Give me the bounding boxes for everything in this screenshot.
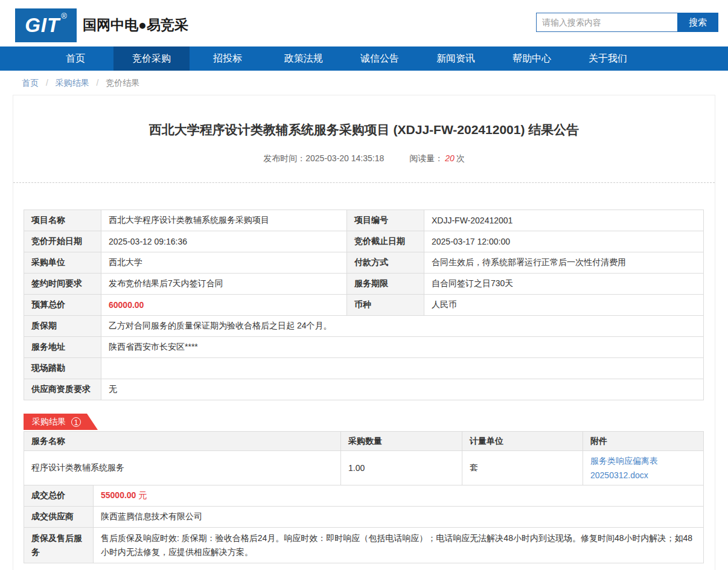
view-count: 阅读量：20次 bbox=[409, 153, 465, 164]
table-row: 采购单位 西北大学 付款方式 合同生效后，待系统部署运行正常后一次性付清费用 bbox=[24, 252, 704, 274]
field-label: 竞价截止日期 bbox=[347, 231, 424, 252]
breadcrumb-separator: / bbox=[46, 78, 48, 88]
breadcrumb-current: 竞价结果 bbox=[106, 78, 139, 88]
nav-item-bidding-procurement[interactable]: 竞价采购 bbox=[113, 46, 190, 71]
service-name: 程序设计类教辅系统服务 bbox=[24, 451, 341, 485]
field-value: 2025-03-17 12:00:00 bbox=[424, 231, 704, 252]
table-row: 成交总价 55000.00元 bbox=[24, 485, 704, 507]
field-label: 竞价开始日期 bbox=[24, 231, 101, 252]
content-card: 西北大学程序设计类教辅系统服务采购项目 (XDJJ-FW-202412001) … bbox=[13, 95, 715, 570]
table-row: 签约时间要求 发布竞价结果后7天内签订合同 服务期限 自合同签订之日730天 bbox=[24, 274, 704, 295]
breadcrumb-procurement-results[interactable]: 采购结果 bbox=[56, 78, 89, 88]
budget-total-price: 60000.00 bbox=[101, 295, 347, 316]
column-header: 服务名称 bbox=[24, 432, 341, 451]
field-value: 自合同签订之日730天 bbox=[424, 274, 704, 295]
field-label: 成交供应商 bbox=[24, 507, 94, 528]
badge-label: 采购结果 bbox=[32, 417, 66, 427]
table-row: 预算总价 60000.00 币种 人民币 bbox=[24, 295, 704, 316]
field-value: 陕西省西安市长安区**** bbox=[101, 337, 704, 358]
field-value: 无 bbox=[101, 379, 704, 400]
project-info-table: 项目名称 西北大学程序设计类教辅系统服务采购项目 项目编号 XDJJ-FW-20… bbox=[24, 210, 704, 400]
table-header-row: 服务名称 采购数量 计量单位 附件 bbox=[24, 432, 704, 451]
nav-item-integrity-notices[interactable]: 诚信公告 bbox=[342, 46, 418, 71]
measure-unit: 套 bbox=[462, 451, 583, 485]
logo-text: GIT bbox=[25, 14, 60, 37]
field-label: 签约时间要求 bbox=[24, 274, 101, 295]
site-header: GIT® 国网中电●易竞采 搜索 bbox=[0, 0, 728, 46]
attachment-link[interactable]: 服务类响应偏离表 20250312.docx bbox=[590, 456, 658, 480]
field-label: 服务地址 bbox=[24, 337, 101, 358]
table-row: 现场踏勘 bbox=[24, 358, 704, 379]
nav-item-policies[interactable]: 政策法规 bbox=[266, 46, 342, 71]
deal-summary-table: 成交总价 55000.00元 成交供应商 陕西蓝腾信息技术有限公司 质保及售后服… bbox=[24, 485, 704, 563]
field-label: 付款方式 bbox=[347, 252, 424, 274]
procurement-result-table: 服务名称 采购数量 计量单位 附件 程序设计类教辅系统服务 1.00 套 服务类… bbox=[24, 431, 704, 485]
table-row: 质保期 乙方对合同服务的质量保证期为验收合格后之日起 24个月。 bbox=[24, 316, 704, 337]
deal-total-price: 55000.00元 bbox=[94, 485, 704, 507]
purchase-quantity: 1.00 bbox=[341, 451, 462, 485]
procurement-result-badge: 采购结果 1 bbox=[24, 414, 98, 430]
deal-supplier: 陕西蓝腾信息技术有限公司 bbox=[94, 507, 704, 528]
registered-trademark-icon: ® bbox=[61, 11, 67, 21]
field-value: 合同生效后，待系统部署运行正常后一次性付清费用 bbox=[424, 252, 704, 274]
site-logo[interactable]: GIT® bbox=[15, 8, 77, 42]
main-nav: 首页 竞价采购 招投标 政策法规 诚信公告 新闻资讯 帮助中心 关于我们 bbox=[0, 46, 728, 71]
field-value: 西北大学程序设计类教辅系统服务采购项目 bbox=[101, 210, 347, 231]
field-label: 成交总价 bbox=[24, 485, 94, 507]
badge-count: 1 bbox=[71, 417, 81, 427]
column-header: 采购数量 bbox=[341, 432, 462, 451]
view-count-number: 20 bbox=[445, 153, 455, 163]
field-label: 项目名称 bbox=[24, 210, 101, 231]
field-value: 发布竞价结果后7天内签订合同 bbox=[101, 274, 347, 295]
nav-item-help-center[interactable]: 帮助中心 bbox=[494, 46, 570, 71]
field-value: 人民币 bbox=[424, 295, 704, 316]
article-meta: 发布时间：2025-03-20 14:35:18 阅读量：20次 bbox=[13, 153, 715, 183]
field-value bbox=[101, 358, 704, 379]
field-value: 乙方对合同服务的质量保证期为验收合格后之日起 24个月。 bbox=[101, 316, 704, 337]
field-label: 项目编号 bbox=[347, 210, 424, 231]
nav-item-about-us[interactable]: 关于我们 bbox=[570, 46, 646, 71]
search-button[interactable]: 搜索 bbox=[677, 13, 718, 32]
field-label: 币种 bbox=[347, 295, 424, 316]
table-row: 程序设计类教辅系统服务 1.00 套 服务类响应偏离表 20250312.doc… bbox=[24, 451, 704, 485]
column-header: 计量单位 bbox=[462, 432, 583, 451]
nav-item-tenders[interactable]: 招投标 bbox=[190, 46, 266, 71]
deal-price-amount: 55000.00 bbox=[101, 490, 136, 500]
nav-item-news[interactable]: 新闻资讯 bbox=[418, 46, 494, 71]
breadcrumb: 首页 / 采购结果 / 竞价结果 bbox=[0, 71, 728, 94]
search-input[interactable] bbox=[536, 13, 677, 32]
table-row: 成交供应商 陕西蓝腾信息技术有限公司 bbox=[24, 507, 704, 528]
attachment-cell: 服务类响应偏离表 20250312.docx bbox=[583, 451, 704, 485]
nav-item-home[interactable]: 首页 bbox=[37, 46, 113, 71]
site-brand-title: 国网中电●易竞采 bbox=[83, 16, 188, 34]
field-label: 采购单位 bbox=[24, 252, 101, 274]
table-row: 项目名称 西北大学程序设计类教辅系统服务采购项目 项目编号 XDJJ-FW-20… bbox=[24, 210, 704, 231]
field-label: 质保期 bbox=[24, 316, 101, 337]
field-label: 服务期限 bbox=[347, 274, 424, 295]
warranty-after-sales: 售后质保及响应时效: 质保期：验收合格后24月。响应时效：即时响应（包括电话响应… bbox=[94, 528, 704, 563]
deal-price-unit: 元 bbox=[138, 490, 147, 500]
breadcrumb-home[interactable]: 首页 bbox=[22, 78, 39, 88]
field-value: XDJJ-FW-202412001 bbox=[424, 210, 704, 231]
table-row: 服务地址 陕西省西安市长安区**** bbox=[24, 337, 704, 358]
breadcrumb-separator: / bbox=[97, 78, 99, 88]
field-value: 西北大学 bbox=[101, 252, 347, 274]
field-label: 质保及售后服务 bbox=[24, 528, 94, 563]
search-bar: 搜索 bbox=[536, 13, 718, 32]
table-row: 供应商资质要求 无 bbox=[24, 379, 704, 400]
field-label: 现场踏勘 bbox=[24, 358, 101, 379]
page-title: 西北大学程序设计类教辅系统服务采购项目 (XDJJ-FW-202412001) … bbox=[49, 122, 679, 138]
column-header: 附件 bbox=[583, 432, 704, 451]
field-label: 供应商资质要求 bbox=[24, 379, 101, 400]
field-value: 2025-03-12 09:16:36 bbox=[101, 231, 347, 252]
field-label: 预算总价 bbox=[24, 295, 101, 316]
publish-time: 发布时间：2025-03-20 14:35:18 bbox=[263, 153, 384, 164]
table-row: 质保及售后服务 售后质保及响应时效: 质保期：验收合格后24月。响应时效：即时响… bbox=[24, 528, 704, 563]
table-row: 竞价开始日期 2025-03-12 09:16:36 竞价截止日期 2025-0… bbox=[24, 231, 704, 252]
